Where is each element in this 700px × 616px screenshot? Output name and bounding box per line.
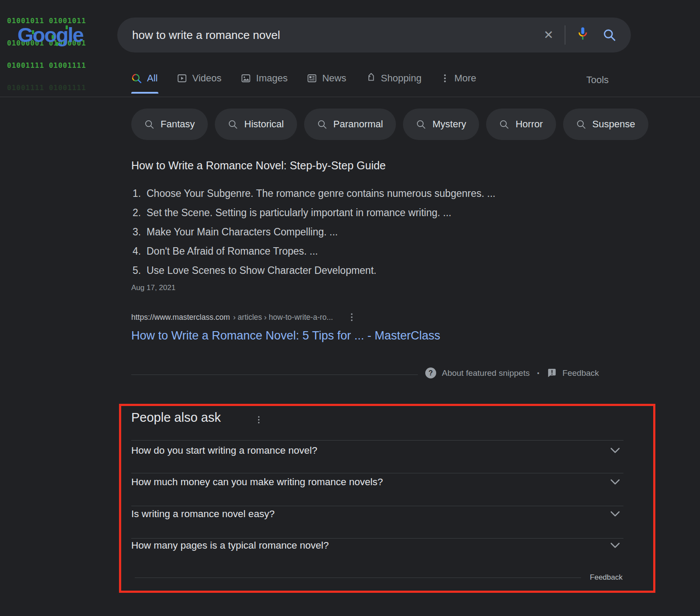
tab-more[interactable]: More	[441, 73, 476, 84]
chip-horror[interactable]: Horror	[486, 108, 556, 140]
chevron-down-icon[interactable]	[609, 511, 621, 518]
step-number: 4.	[133, 245, 147, 257]
snippet-step: 2. Set the Scene. Setting is particularl…	[133, 203, 495, 222]
snippet-step: 1. Choose Your Subgenre. The romance gen…	[133, 184, 495, 203]
featured-snippet-steps: 1. Choose Your Subgenre. The romance gen…	[133, 184, 495, 280]
glitch-mark	[66, 25, 68, 29]
result-options-button[interactable]	[349, 312, 355, 322]
chip-label: Horror	[515, 119, 542, 130]
binary-row-faint: 01001111 01001111	[7, 84, 86, 91]
people-also-ask-options-button[interactable]	[256, 415, 262, 425]
divider	[565, 25, 565, 45]
chip-label: Paranormal	[333, 119, 383, 130]
tab-label: Images	[256, 73, 287, 84]
result-url-breadcrumb: https://www.masterclass.com › articles ›…	[131, 312, 355, 322]
tab-images[interactable]: Images	[241, 73, 287, 84]
step-text: Don't Be Afraid of Romance Tropes. ...	[147, 245, 318, 257]
videos-icon	[177, 73, 187, 84]
search-icon	[499, 119, 509, 130]
search-icon	[416, 119, 426, 130]
clear-search-button[interactable]: ✕	[540, 29, 560, 41]
chip-paranormal[interactable]: Paranormal	[304, 108, 396, 140]
paa-question-text: How do you start writing a romance novel…	[131, 445, 317, 456]
chip-historical[interactable]: Historical	[215, 108, 297, 140]
tab-label: More	[454, 73, 476, 84]
step-text: Choose Your Subgenre. The romance genre …	[147, 188, 495, 200]
tools-button[interactable]: Tools	[586, 74, 609, 86]
help-circle-icon: ?	[425, 368, 436, 378]
tab-label: All	[147, 73, 158, 84]
news-icon	[307, 73, 317, 84]
glitch-mark	[56, 42, 58, 46]
search-icon	[228, 119, 238, 130]
microphone-icon	[577, 26, 589, 44]
step-number: 1.	[133, 188, 147, 200]
tab-all[interactable]: All	[131, 73, 158, 84]
snippet-step: 3. Make Your Main Characters Compelling.…	[133, 222, 495, 242]
chip-label: Fantasy	[161, 119, 195, 130]
divider	[131, 374, 418, 375]
images-icon	[241, 73, 251, 84]
chevron-down-icon[interactable]	[609, 447, 621, 454]
step-number: 3.	[133, 226, 147, 238]
tab-label: News	[322, 73, 346, 84]
paa-question-text: How much money can you make writing roma…	[131, 476, 383, 488]
more-vertical-dots-icon	[256, 415, 262, 425]
chevron-down-icon[interactable]	[609, 542, 621, 549]
search-submit-button[interactable]	[596, 28, 618, 42]
glitch-mark	[32, 30, 34, 34]
people-also-ask-section: People also ask How do you start writing…	[121, 406, 653, 591]
google-search-results-page: 01001011 01001011 01000001 01000001 0100…	[0, 0, 700, 616]
step-number: 5.	[133, 265, 147, 276]
search-input[interactable]: how to write a romance novel	[132, 28, 540, 42]
google-wordmark[interactable]: Google	[18, 23, 83, 47]
featured-snippet-title: How to Write a Romance Novel: Step-by-St…	[131, 159, 386, 172]
glitch-mark	[52, 35, 54, 39]
colorful-search-icon	[131, 73, 142, 84]
binary-row: 01001111 01001111	[7, 62, 86, 69]
voice-search-button[interactable]	[570, 26, 596, 44]
paa-question-row[interactable]: Is writing a romance novel easy?	[131, 503, 623, 525]
search-icon	[317, 119, 327, 130]
url-path: › articles › how-to-write-a-ro...	[233, 313, 333, 322]
tab-label: Videos	[192, 73, 221, 84]
step-text: Use Love Scenes to Show Character Develo…	[147, 265, 376, 276]
result-type-tabs: All Videos Images Ne	[131, 73, 476, 84]
url-host: https://www.masterclass.com	[131, 313, 230, 322]
tab-shopping[interactable]: Shopping	[366, 73, 422, 84]
result-title-link[interactable]: How to Write a Romance Novel: 5 Tips for…	[131, 329, 440, 343]
related-filter-chips: Fantasy Historical Paranormal Mystery Ho…	[131, 108, 648, 140]
doodle-binary-code: 01001011 01001011 01000001 01000001 0100…	[7, 2, 86, 106]
search-icon	[603, 28, 616, 42]
feedback-icon	[547, 368, 557, 378]
featured-snippet-footer: ? About featured snippets • Feedback	[425, 368, 612, 378]
search-bar[interactable]: how to write a romance novel ✕	[117, 18, 631, 52]
bullet-separator: •	[537, 370, 539, 377]
paa-question-row[interactable]: How much money can you make writing roma…	[131, 471, 623, 493]
chip-fantasy[interactable]: Fantasy	[131, 108, 208, 140]
step-text: Set the Scene. Setting is particularly i…	[147, 207, 452, 219]
chip-label: Historical	[244, 119, 284, 130]
annotation-red-box: People also ask How do you start writing…	[119, 404, 655, 593]
people-also-ask-title: People also ask	[131, 410, 221, 425]
tab-label: Shopping	[381, 73, 422, 84]
chip-suspense[interactable]: Suspense	[563, 108, 648, 140]
search-icon	[576, 119, 586, 130]
chip-mystery[interactable]: Mystery	[403, 108, 479, 140]
snippet-step: 5. Use Love Scenes to Show Character Dev…	[133, 261, 495, 280]
tab-news[interactable]: News	[307, 73, 346, 84]
snippet-feedback-link[interactable]: Feedback	[563, 368, 599, 378]
paa-question-row[interactable]: How many pages is a typical romance nove…	[131, 535, 623, 556]
about-featured-snippets-link[interactable]: About featured snippets	[442, 368, 530, 378]
divider	[135, 578, 581, 578]
paa-question-row[interactable]: How do you start writing a romance novel…	[131, 440, 623, 462]
divider	[0, 97, 700, 97]
active-tab-underline	[131, 92, 158, 94]
step-text: Make Your Main Characters Compelling. ..…	[147, 226, 338, 238]
chevron-down-icon[interactable]	[609, 479, 621, 486]
snippet-date: Aug 17, 2021	[131, 284, 175, 292]
tab-videos[interactable]: Videos	[177, 73, 221, 84]
chip-label: Mystery	[432, 119, 466, 130]
paa-feedback-link[interactable]: Feedback	[590, 573, 623, 582]
search-icon	[144, 119, 154, 130]
